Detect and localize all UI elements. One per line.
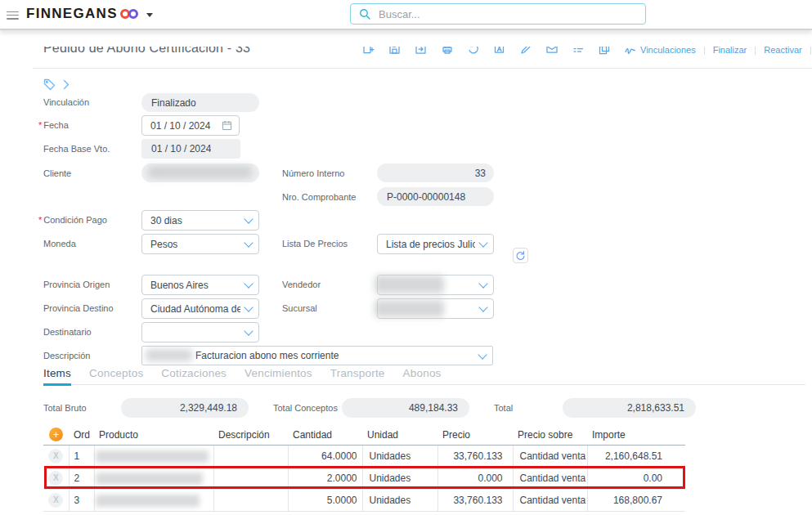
cell-descripcion xyxy=(213,446,288,468)
cell-descripcion xyxy=(213,468,288,490)
calendar-icon[interactable] xyxy=(222,120,232,131)
save-icon[interactable] xyxy=(388,47,402,56)
producto-redacted-value xyxy=(96,472,203,485)
save-and-continue-icon[interactable] xyxy=(415,47,428,56)
finnegans-erp-window: FINNEGANS Pedido de Abono Certificación … xyxy=(0,0,812,515)
mail-icon[interactable] xyxy=(545,47,559,56)
top-navbar: FINNEGANS xyxy=(0,0,812,30)
brand-wordmark: FINNEGANS xyxy=(26,6,118,22)
chevron-down-icon xyxy=(244,214,253,223)
infinity-logo-icon xyxy=(120,9,141,20)
tab-vencimientos[interactable]: Vencimientos xyxy=(244,367,312,384)
cliente-label: Cliente xyxy=(43,168,71,178)
table-header-row: + Ord Producto Descripción Cantidad Unid… xyxy=(43,424,685,446)
col-precio: Precio xyxy=(437,424,513,446)
archive-icon[interactable] xyxy=(493,47,506,56)
cell-ord: 2 xyxy=(69,468,94,490)
producto-redacted-value xyxy=(96,495,200,507)
vinculacion-label: Vinculación xyxy=(43,97,89,107)
sucursal-label: Sucursal xyxy=(282,303,317,313)
total-bruto-value: 2,329,449.18 xyxy=(121,398,249,418)
col-producto: Producto xyxy=(94,424,213,446)
delete-row-button[interactable]: X xyxy=(48,449,63,464)
fecha-label: *Fecha xyxy=(38,120,69,130)
lista-precios-select[interactable]: Lista de precios Julio - S xyxy=(377,234,494,254)
col-precio-sobre: Precio sobre xyxy=(513,424,587,446)
tag-icon[interactable] xyxy=(43,78,56,91)
cell-unidad: Unidades xyxy=(362,446,437,468)
refresh-prices-button[interactable] xyxy=(513,248,528,263)
brand-caret-icon[interactable] xyxy=(146,13,153,17)
cliente-redacted-value xyxy=(148,166,252,178)
add-row-button[interactable]: + xyxy=(49,428,63,441)
destinatario-select[interactable] xyxy=(141,322,259,343)
moneda-label: Moneda xyxy=(43,239,76,249)
cell-importe: 2,160,648.51 xyxy=(587,446,685,468)
moneda-select[interactable]: Pesos xyxy=(141,234,259,254)
chevron-down-icon xyxy=(244,326,253,335)
chevron-down-icon xyxy=(478,350,487,359)
cell-importe: 0.00 xyxy=(587,468,685,490)
copy-icon[interactable] xyxy=(598,47,611,56)
numero-interno-label: Número Interno xyxy=(282,168,344,178)
print-icon[interactable] xyxy=(441,47,454,56)
condicion-pago-select[interactable]: 30 dias xyxy=(141,210,259,231)
total-bruto-label: Total Bruto xyxy=(43,403,87,413)
producto-redacted-value xyxy=(96,450,209,463)
numero-interno-field: 33 xyxy=(377,163,494,182)
global-search xyxy=(350,3,646,25)
fecha-field[interactable]: 01 / 10 / 2024 xyxy=(141,115,240,136)
delete-row-button[interactable]: X xyxy=(48,471,63,486)
undo-icon[interactable] xyxy=(467,47,480,56)
title-divider xyxy=(33,68,812,69)
nro-comprobante-field: P-0000-00000148 xyxy=(377,187,494,206)
vinculaciones-link[interactable]: Vinculaciones xyxy=(632,47,704,55)
vendedor-redacted-value xyxy=(375,275,444,293)
search-input[interactable] xyxy=(377,7,637,21)
tab-items[interactable]: Items xyxy=(43,367,71,386)
fecha-base-field: 01 / 10 / 2024 xyxy=(141,139,240,159)
chevron-down-icon xyxy=(478,238,487,247)
tab-conceptos[interactable]: Conceptos xyxy=(89,367,143,384)
lista-precios-label: Lista De Precios xyxy=(282,239,348,249)
cell-ord: 3 xyxy=(69,490,94,512)
reactivar-link[interactable]: Reactivar xyxy=(755,47,810,55)
tag-row xyxy=(43,78,70,91)
total-label: Total xyxy=(494,403,513,413)
cell-unidad: Unidades xyxy=(362,468,437,490)
destinatario-label: Destinatario xyxy=(43,327,92,337)
vinculacion-field: Finalizado xyxy=(141,93,259,112)
provincia-origen-select[interactable]: Buenos Aires xyxy=(141,275,259,295)
new-document-icon[interactable] xyxy=(362,47,375,56)
tab-abonos[interactable]: Abonos xyxy=(403,367,442,384)
search-icon xyxy=(359,8,370,20)
col-unidad: Unidad xyxy=(362,424,437,446)
detail-list-icon[interactable] xyxy=(572,47,585,56)
cell-unidad: Unidades xyxy=(362,490,437,512)
document-action-links: Vinculaciones Finalizar Reactivar Anular xyxy=(632,47,812,55)
tab-transporte[interactable]: Transporte xyxy=(330,367,385,384)
cell-descripcion xyxy=(213,490,288,512)
chevron-down-icon xyxy=(244,279,253,288)
hamburger-menu-button[interactable] xyxy=(7,9,19,21)
cell-ord: 1 xyxy=(69,446,94,468)
cell-cantidad: 64.0000 xyxy=(288,446,362,468)
cell-importe: 168,800.67 xyxy=(587,490,685,512)
descripcion-label: Descripción xyxy=(43,351,90,360)
tab-cotizaciones[interactable]: Cotizaciones xyxy=(161,367,227,384)
chevron-down-icon xyxy=(244,302,253,311)
total-conceptos-value: 489,184.33 xyxy=(342,398,469,418)
provincia-destino-select[interactable]: Ciudad Autónoma de Bu xyxy=(141,298,259,319)
fecha-base-label: Fecha Base Vto. xyxy=(43,144,110,154)
cell-precio: 33,760.133 xyxy=(437,446,513,468)
cell-precio: 0.000 xyxy=(437,468,513,490)
breadcrumb-chevron-icon xyxy=(63,79,70,90)
chevron-down-icon xyxy=(244,238,253,247)
edit-icon[interactable] xyxy=(519,47,532,56)
descripcion-field[interactable]: Facturacion abono mes corriente xyxy=(141,346,493,365)
cell-cantidad: 5.0000 xyxy=(288,490,362,512)
chevron-down-icon xyxy=(478,302,487,311)
cell-precio-sobre: Cantidad venta xyxy=(513,490,587,512)
delete-row-button[interactable]: X xyxy=(48,493,63,508)
finalizar-link[interactable]: Finalizar xyxy=(704,47,756,55)
